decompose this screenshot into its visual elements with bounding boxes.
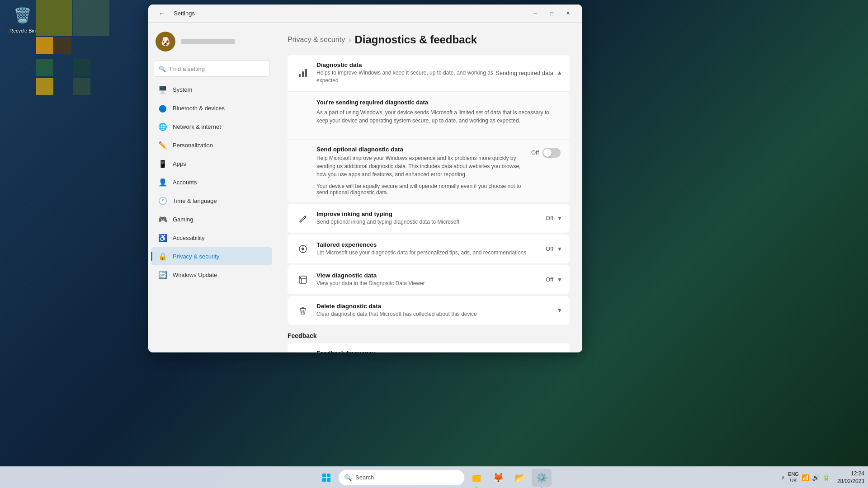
view-diagnostic-value: Off: [546, 276, 553, 283]
improve-inking-text: Improve inking and typing Send optional …: [316, 211, 546, 226]
tailored-experiences-chevron: ▼: [557, 246, 562, 252]
taskbar-settings-button[interactable]: ⚙️: [532, 469, 552, 487]
optional-toggle-label: Off: [531, 149, 539, 156]
optional-diagnostic-row: Send optional diagnostic data Help Micro…: [288, 139, 570, 202]
titlebar: ← Settings ─ □ ✕: [148, 5, 582, 23]
nav-item-accounts[interactable]: 👤 Accounts: [151, 173, 272, 191]
clock[interactable]: 12:24 28/02/2023: [837, 470, 864, 485]
improve-inking-card: Improve inking and typing Send optional …: [288, 204, 570, 233]
start-button[interactable]: [316, 469, 336, 487]
nav-item-time[interactable]: 🕐 Time & language: [151, 192, 272, 210]
optional-diagnostic-toggle[interactable]: [542, 148, 561, 158]
nav-item-personalization[interactable]: ✏️ Personalization: [151, 136, 272, 154]
nav-item-privacy[interactable]: 🔒 Privacy & security: [151, 247, 272, 265]
tailored-experiences-row[interactable]: Tailored experiences Let Microsoft use y…: [288, 235, 570, 263]
view-diagnostic-row[interactable]: View diagnostic data View your data in t…: [288, 265, 570, 294]
nav-item-system[interactable]: 🖥️ System: [151, 80, 272, 99]
volume-icon[interactable]: 🔊: [812, 474, 820, 481]
accounts-icon: 👤: [158, 178, 167, 187]
svg-rect-20: [327, 474, 330, 477]
recycle-bin-icon[interactable]: 🗑️ Recycle Bin: [5, 5, 41, 33]
optional-desc: Help Microsoft improve your Windows expe…: [316, 154, 531, 178]
improve-inking-title: Improve inking and typing: [316, 211, 546, 217]
time-icon: 🕐: [158, 196, 167, 205]
settings-body: 🐶 🔍 🖥️ System ⬤ Bluetooth &: [148, 23, 582, 352]
minimize-button[interactable]: ─: [528, 8, 542, 19]
taskbar-right: ∧ ENGUK 📶 🔊 🔋 12:24 28/02/2023: [778, 470, 864, 485]
diagnostic-data-value: Sending required data: [495, 70, 553, 76]
close-button[interactable]: ✕: [561, 8, 575, 19]
taskbar-explorer-button[interactable]: [467, 469, 486, 487]
improve-inking-chevron: ▼: [557, 215, 562, 221]
sidebar-search-input[interactable]: [170, 66, 264, 72]
delete-diagnostic-row[interactable]: Delete diagnostic data Clear diagnostic …: [288, 296, 570, 325]
clock-time: 12:24: [837, 470, 864, 478]
nav-item-gaming[interactable]: 🎮 Gaming: [151, 210, 272, 228]
view-diagnostic-right: Off ▼: [546, 276, 562, 283]
apps-icon: 📱: [158, 159, 167, 168]
delete-diagnostic-icon: [295, 302, 311, 319]
feedback-frequency-icon: [295, 349, 311, 352]
view-diagnostic-text: View diagnostic data View your data in t…: [316, 272, 546, 287]
battery-icon[interactable]: 🔋: [822, 474, 830, 481]
search-icon: 🔍: [159, 66, 166, 72]
user-profile[interactable]: 🐶: [148, 26, 275, 57]
diagnostic-data-row[interactable]: Diagnostic data Helps to improve Windows…: [288, 55, 570, 91]
tray-arrow[interactable]: ∧: [781, 474, 785, 481]
view-diagnostic-card: View diagnostic data View your data in t…: [288, 265, 570, 294]
optional-title: Send optional diagnostic data: [316, 146, 531, 153]
feedback-frequency-text: Feedback frequency Choose how often Wind…: [316, 350, 473, 352]
diagnostic-data-icon: [295, 65, 311, 81]
svg-rect-19: [322, 474, 326, 477]
breadcrumb-separator: ›: [349, 36, 351, 44]
desktop-decoration: [36, 0, 108, 136]
wifi-icon[interactable]: 📶: [802, 474, 809, 481]
diagnostic-data-desc: Helps to improve Windows and keep it sec…: [316, 69, 495, 84]
svg-rect-0: [299, 74, 301, 77]
svg-point-4: [302, 248, 304, 250]
taskbar-search-icon: 🔍: [344, 474, 352, 481]
view-diagnostic-chevron: ▼: [557, 277, 562, 283]
system-icon: 🖥️: [158, 85, 167, 94]
improve-inking-row[interactable]: Improve inking and typing Send optional …: [288, 204, 570, 233]
view-diagnostic-desc: View your data in the Diagnostic Data Vi…: [316, 280, 546, 287]
send-info-title: You're sending required diagnostic data: [316, 99, 561, 106]
svg-rect-22: [327, 478, 330, 482]
taskbar-firefox-button[interactable]: 🦊: [488, 469, 508, 487]
feedback-frequency-card: Feedback frequency Choose how often Wind…: [288, 343, 570, 352]
nav-item-apps[interactable]: 📱 Apps: [151, 155, 272, 173]
taskbar-center: 🔍 Search 🦊 📂 ⚙️: [316, 469, 552, 487]
tailored-experiences-desc: Let Microsoft use your diagnostic data f…: [316, 249, 546, 257]
diagnostic-data-right: Sending required data ▲: [495, 70, 562, 76]
diagnostic-expanded: You're sending required diagnostic data …: [288, 91, 570, 202]
avatar: 🐶: [156, 32, 175, 52]
accessibility-icon: ♿: [158, 233, 167, 242]
maximize-button[interactable]: □: [544, 8, 559, 19]
privacy-icon: 🔒: [158, 252, 167, 261]
breadcrumb-link[interactable]: Privacy & security: [288, 36, 345, 44]
nav-item-network[interactable]: 🌐 Network & internet: [151, 117, 272, 136]
diagnostic-data-text: Diagnostic data Helps to improve Windows…: [316, 61, 495, 84]
lang-indicator[interactable]: ENGUK: [788, 471, 799, 483]
page-header: Privacy & security › Diagnostics & feedb…: [288, 33, 570, 46]
desktop: 🗑️ Recycle Bin ← Settings ─ □ ✕ 🐶: [0, 0, 868, 488]
delete-diagnostic-title: Delete diagnostic data: [316, 303, 557, 310]
taskbar-files-button[interactable]: 📂: [510, 469, 530, 487]
clock-date: 28/02/2023: [837, 478, 864, 485]
sidebar-search[interactable]: 🔍: [154, 61, 269, 77]
back-button[interactable]: ←: [156, 7, 168, 20]
settings-window: ← Settings ─ □ ✕ 🐶 🔍: [148, 5, 582, 352]
sidebar: 🐶 🔍 🖥️ System ⬤ Bluetooth &: [148, 23, 275, 352]
optional-footer: Your device will be equally secure and w…: [316, 183, 531, 196]
improve-inking-desc: Send optional inking and typing diagnost…: [316, 218, 546, 226]
taskbar-search[interactable]: 🔍 Search: [338, 469, 465, 486]
window-controls: ─ □ ✕: [528, 8, 575, 19]
improve-inking-right: Off ▼: [546, 215, 562, 221]
tailored-experiences-title: Tailored experiences: [316, 241, 546, 248]
feedback-frequency-row[interactable]: Feedback frequency Choose how often Wind…: [288, 343, 570, 352]
svg-rect-23: [472, 475, 481, 482]
nav-item-accessibility[interactable]: ♿ Accessibility: [151, 229, 272, 247]
nav-item-bluetooth[interactable]: ⬤ Bluetooth & devices: [151, 99, 272, 117]
nav-item-update[interactable]: 🔄 Windows Update: [151, 266, 272, 284]
main-content: Privacy & security › Diagnostics & feedb…: [275, 23, 582, 352]
